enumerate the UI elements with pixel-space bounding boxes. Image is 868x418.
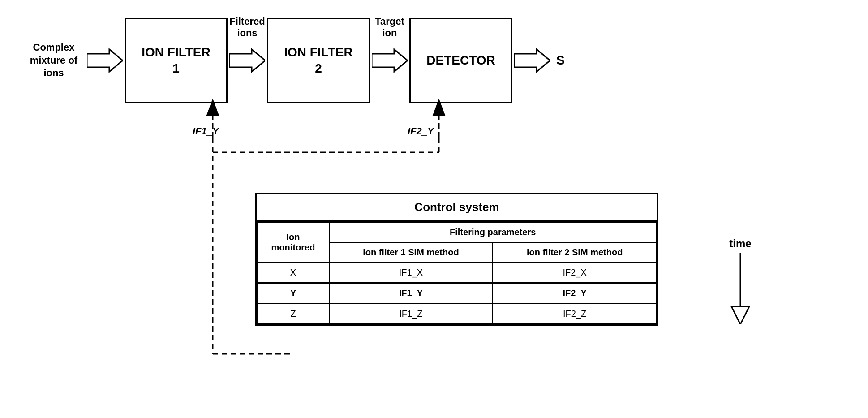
filtered-ions-label: Filtered ions (229, 16, 265, 39)
if2-cell: IF2_Z (493, 304, 657, 324)
if1-header: Ion filter 1 SIM method (329, 242, 493, 263)
main-diagram: Complex mixture of ions ION FILTER 1 Fil… (0, 0, 868, 418)
svg-marker-1 (229, 49, 265, 72)
ion-monitored-header: Ion monitored (258, 222, 329, 263)
arrow-2 (229, 47, 265, 74)
ion-cell: Z (258, 304, 329, 324)
table-body: XIF1_XIF2_XYIF1_YIF2_YZIF1_ZIF2_Z (258, 263, 657, 324)
svg-marker-0 (87, 49, 123, 72)
filtering-parameters-header: Filtering parameters (329, 222, 657, 242)
if1-cell: IF1_Z (329, 304, 493, 324)
control-system-title: Control system (257, 194, 657, 222)
table-row: XIF1_XIF2_X (258, 263, 657, 283)
control-system: Control system Ion monitored Filtering p… (255, 193, 658, 326)
if2-cell: IF2_X (493, 263, 657, 283)
time-area: time (729, 237, 752, 324)
ion-filter-1-box: ION FILTER 1 (125, 18, 228, 103)
arrow-4 (514, 47, 550, 74)
ion-filter-2-label-line2: 2 (315, 60, 322, 77)
flow-diagram: Complex mixture of ions ION FILTER 1 Fil… (27, 18, 565, 103)
time-arrow-svg (729, 253, 752, 324)
if1-cell: IF1_Y (329, 283, 493, 304)
ion-filter-2-box: ION FILTER 2 (267, 18, 370, 103)
ion-filter-1-label-line2: 1 (172, 60, 180, 77)
control-system-table: Ion monitored Filtering parameters Ion f… (257, 222, 657, 324)
time-label: time (729, 237, 751, 250)
if2-y-svg-label: IF2_Y (408, 125, 435, 137)
if2-header: Ion filter 2 SIM method (493, 242, 657, 263)
target-ion-label: Target ion (375, 16, 404, 39)
ion-cell: Y (258, 283, 329, 304)
table-row: YIF1_YIF2_Y (258, 283, 657, 304)
arrow-1 (87, 47, 123, 74)
input-label: Complex mixture of ions (27, 41, 81, 80)
svg-marker-11 (731, 306, 749, 324)
if1-y-svg-label: IF1_Y (193, 125, 220, 137)
table-header-row-1: Ion monitored Filtering parameters (258, 222, 657, 242)
ion-filter-2-label-line1: ION FILTER (284, 44, 352, 60)
if2-cell: IF2_Y (493, 283, 657, 304)
ion-filter-1-label-line1: ION FILTER (142, 44, 210, 60)
table-row: ZIF1_ZIF2_Z (258, 304, 657, 324)
ion-cell: X (258, 263, 329, 283)
detector-box: DETECTOR (409, 18, 512, 103)
arrow-3 (372, 47, 408, 74)
svg-marker-2 (372, 49, 408, 72)
if1-cell: IF1_X (329, 263, 493, 283)
svg-marker-3 (514, 49, 550, 72)
output-label: S (556, 53, 565, 68)
detector-label: DETECTOR (426, 53, 495, 68)
